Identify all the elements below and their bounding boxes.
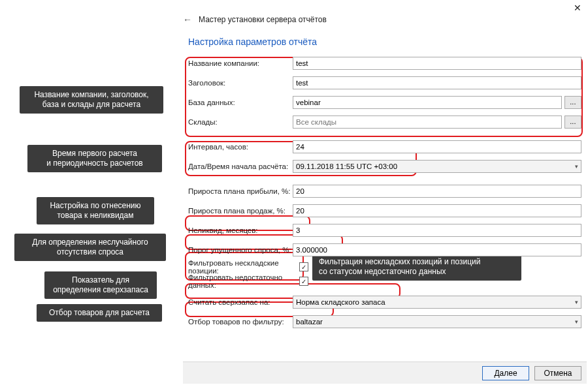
input-illiquid[interactable] xyxy=(293,224,581,237)
annotation-interval: Время первого расчетаи периодичность рас… xyxy=(27,145,162,172)
label-sales: Прироста плана продаж, %: xyxy=(188,207,293,215)
label-interval: Интервал, часов: xyxy=(188,143,293,151)
annotation-overstock: Показатель дляопределения сверхзапаса xyxy=(44,271,157,299)
annotation-illiquid: Настройка по отнесениютовара к неликвида… xyxy=(37,197,154,224)
input-warehouses[interactable] xyxy=(293,116,562,129)
next-button[interactable]: Далее xyxy=(482,366,529,380)
label-missed: Порог упущенного спроса, %: xyxy=(188,246,293,254)
label-header: Заголовок: xyxy=(188,79,293,87)
input-sales[interactable] xyxy=(293,204,581,217)
annotation-missed: Для определения неслучайногоотсутствия с… xyxy=(14,234,166,261)
label-filter-nonstock: Фильтровать нескладские позиции: xyxy=(188,259,299,275)
section-title: Настройка параметров отчёта xyxy=(188,37,584,47)
back-icon[interactable]: ← xyxy=(183,14,192,25)
label-illiquid: Неликвид, месяцев: xyxy=(188,226,293,234)
input-db[interactable] xyxy=(293,96,562,109)
footer-bar: Далее Отмена xyxy=(183,362,587,384)
annotation-filter: Отбор товаров для расчета xyxy=(37,304,162,322)
cancel-button[interactable]: Отмена xyxy=(534,366,581,380)
input-header[interactable] xyxy=(293,76,581,89)
select-goods-filter[interactable]: baltazar xyxy=(293,315,581,328)
browse-db-button[interactable]: ... xyxy=(564,96,581,109)
label-profit: Прироста плана прибыли, %: xyxy=(188,187,293,195)
label-overstock: Считать сверхзапас на: xyxy=(188,298,293,306)
label-goods-filter: Отбор товаров по фильтру: xyxy=(188,318,293,326)
input-missed[interactable] xyxy=(293,243,581,256)
label-db: База данных: xyxy=(188,99,293,106)
checkbox-filter-lowdata[interactable]: ✓ xyxy=(299,277,308,286)
label-start: Дата/Время начала расчёта: xyxy=(188,162,293,170)
input-profit[interactable] xyxy=(293,185,581,198)
input-company[interactable] xyxy=(293,57,581,70)
label-warehouses: Склады: xyxy=(188,118,293,126)
label-filter-lowdata: Фильтровать недостаточно данных: xyxy=(188,273,299,289)
checkbox-filter-nonstock[interactable]: ✓ xyxy=(299,262,308,271)
label-company: Название компании: xyxy=(188,59,293,67)
select-start-datetime[interactable]: 09.11.2018 11:55 UTC +03:00 xyxy=(293,160,581,173)
browse-warehouses-button[interactable]: ... xyxy=(564,116,581,129)
annotation-company: Название компании, заголовок,база и скла… xyxy=(20,86,163,114)
wizard-title: Мастер установки сервера отчётов xyxy=(199,15,327,24)
input-interval[interactable] xyxy=(293,140,581,153)
select-overstock[interactable]: Норма складского запаса xyxy=(293,296,581,309)
close-icon[interactable]: ✕ xyxy=(574,3,581,13)
